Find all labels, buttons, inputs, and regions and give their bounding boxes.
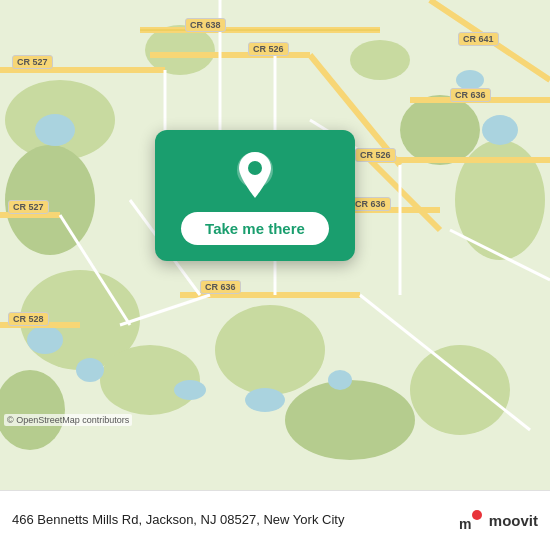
svg-point-7 [285, 380, 415, 460]
svg-point-10 [400, 95, 480, 165]
location-pin-icon [233, 150, 277, 202]
svg-point-8 [410, 345, 510, 435]
road-label-cr527b: CR 527 [8, 200, 49, 214]
moovit-icon: m [457, 507, 485, 535]
svg-point-16 [174, 380, 206, 400]
svg-point-18 [328, 370, 352, 390]
address-text: 466 Bennetts Mills Rd, Jackson, NJ 08527… [12, 512, 457, 529]
road-label-cr641: CR 641 [458, 32, 499, 46]
svg-point-6 [215, 305, 325, 395]
road-label-cr636b: CR 636 [200, 280, 241, 294]
svg-point-47 [472, 510, 482, 520]
svg-point-14 [27, 326, 63, 354]
svg-point-5 [100, 345, 200, 415]
road-label-cr638: CR 638 [185, 18, 226, 32]
bottom-bar: 466 Bennetts Mills Rd, Jackson, NJ 08527… [0, 490, 550, 550]
road-label-cr526a: CR 526 [248, 42, 289, 56]
moovit-logo: m moovit [457, 507, 538, 535]
road-label-cr636c: CR 636 [450, 88, 491, 102]
road-label-cr528: CR 528 [8, 312, 49, 326]
svg-point-15 [76, 358, 104, 382]
svg-point-19 [482, 115, 518, 145]
svg-point-17 [245, 388, 285, 412]
moovit-name: moovit [489, 512, 538, 529]
take-me-there-button[interactable]: Take me there [181, 212, 329, 245]
road-label-cr636a: CR 636 [350, 197, 391, 211]
svg-point-20 [456, 70, 484, 90]
svg-point-13 [35, 114, 75, 146]
action-card: Take me there [155, 130, 355, 261]
svg-point-46 [248, 161, 262, 175]
map-container: CR 638 CR 526 CR 526 CR 527 CR 527 CR 63… [0, 0, 550, 490]
svg-text:m: m [459, 516, 471, 532]
road-label-cr526b: CR 526 [355, 148, 396, 162]
svg-point-12 [350, 40, 410, 80]
road-label-cr527a: CR 527 [12, 55, 53, 69]
osm-attribution: © OpenStreetMap contributors [4, 414, 132, 426]
